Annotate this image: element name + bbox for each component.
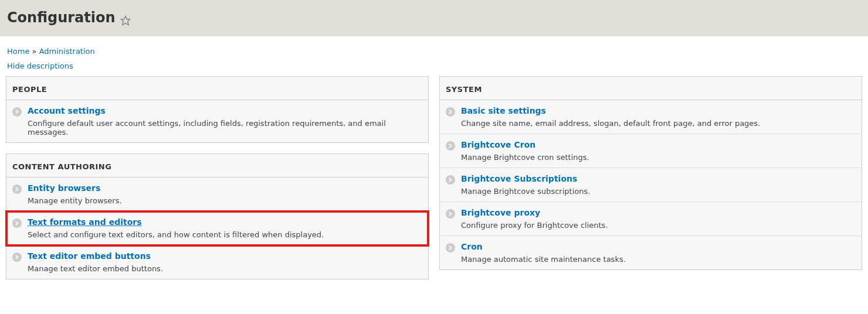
item-brightcove-subscriptions: Brightcove Subscriptions Manage Brightco… [440,168,862,202]
chevron-right-icon [446,175,455,185]
link-brightcove-subscriptions[interactable]: Brightcove Subscriptions [461,174,577,183]
hide-descriptions-wrapper: Hide descriptions [0,59,868,76]
chevron-right-icon [446,141,455,151]
panel-system: SYSTEM Basic site settings Change site n… [439,76,862,270]
breadcrumb-admin[interactable]: Administration [39,47,95,56]
chevron-right-icon [12,219,22,228]
svg-marker-0 [121,16,130,25]
desc-basic-site-settings: Change site name, email address, slogan,… [461,119,856,128]
panel-people: PEOPLE Account settings Configure defaul… [6,76,429,143]
star-icon[interactable] [120,15,131,26]
desc-brightcove-proxy: Configure proxy for Brightcove clients. [461,221,856,230]
left-column: PEOPLE Account settings Configure defaul… [6,76,429,279]
chevron-right-icon [446,107,455,117]
item-brightcove-proxy: Brightcove proxy Configure proxy for Bri… [440,202,862,236]
item-basic-site-settings: Basic site settings Change site name, em… [440,100,862,134]
chevron-right-icon [12,185,22,194]
page-header: Configuration [0,0,868,36]
item-cron: Cron Manage automatic site maintenance t… [440,236,862,269]
chevron-right-icon [12,252,22,262]
link-account-settings[interactable]: Account settings [28,106,106,115]
chevron-right-icon [446,209,455,219]
breadcrumb-home[interactable]: Home [7,47,29,56]
desc-cron: Manage automatic site maintenance tasks. [461,255,856,264]
page-title: Configuration [7,9,116,26]
panel-title-people: PEOPLE [6,77,428,100]
link-basic-site-settings[interactable]: Basic site settings [461,106,546,115]
item-text-editor-embed-buttons: Text editor embed buttons Manage text ed… [6,245,428,279]
desc-text-editor-embed-buttons: Manage text editor embed buttons. [28,264,422,273]
item-account-settings: Account settings Configure default user … [6,100,428,142]
chevron-right-icon [446,243,455,252]
link-text-formats-editors[interactable]: Text formats and editors [28,217,142,227]
breadcrumb-sep: » [32,47,37,56]
link-brightcove-proxy[interactable]: Brightcove proxy [461,208,540,217]
link-cron[interactable]: Cron [461,242,483,251]
breadcrumb: Home » Administration [0,36,868,59]
item-brightcove-cron: Brightcove Cron Manage Brightcove cron s… [440,134,862,168]
link-entity-browsers[interactable]: Entity browsers [28,183,100,193]
link-text-editor-embed-buttons[interactable]: Text editor embed buttons [28,251,151,261]
link-brightcove-cron[interactable]: Brightcove Cron [461,140,535,149]
config-columns: PEOPLE Account settings Configure defaul… [0,76,868,279]
item-entity-browsers: Entity browsers Manage entity browsers. [6,178,428,211]
desc-brightcove-subscriptions: Manage Brightcove subscriptions. [461,187,856,196]
desc-text-formats-editors: Select and configure text editors, and h… [28,230,422,239]
chevron-right-icon [12,107,22,117]
panel-title-system: SYSTEM [440,77,862,100]
panel-content-authoring: CONTENT AUTHORING Entity browsers Manage… [6,153,429,279]
item-text-formats-editors: Text formats and editors Select and conf… [6,211,428,245]
desc-entity-browsers: Manage entity browsers. [28,196,422,205]
hide-descriptions-link[interactable]: Hide descriptions [7,62,73,70]
desc-account-settings: Configure default user account settings,… [28,119,422,136]
panel-title-content-authoring: CONTENT AUTHORING [6,154,428,178]
desc-brightcove-cron: Manage Brightcove cron settings. [461,153,856,162]
right-column: SYSTEM Basic site settings Change site n… [439,76,862,279]
